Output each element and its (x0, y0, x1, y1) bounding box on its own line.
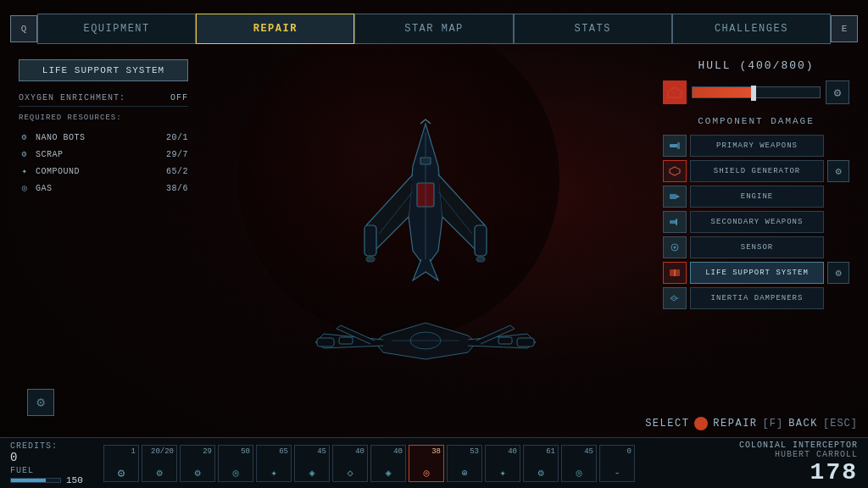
oxygen-row: Oxygen Enrichment: Off (19, 90, 188, 107)
sensor-icon (663, 236, 687, 258)
inv-slot-4[interactable]: ✦ 65 (256, 445, 292, 482)
left-panel: Life Support System Oxygen Enrichment: O… (10, 51, 197, 433)
comp-row-engine[interactable]: Engine (663, 186, 849, 208)
svg-rect-6 (420, 158, 431, 164)
credits-value: 0 (10, 451, 95, 464)
svg-rect-2 (475, 225, 487, 256)
svg-point-8 (476, 257, 485, 262)
secondary-weapons-spacer (827, 211, 849, 233)
inv-slot-7-num: 40 (393, 447, 403, 456)
pilot-name: Hubert Carroll (739, 450, 858, 459)
fuel-bar (10, 478, 61, 483)
inertia-dampeners-spacer (827, 287, 849, 309)
ship-info: Colonial Interceptor Hubert Carroll 178 (739, 441, 858, 485)
resource-scrap: ⚙ Scrap 29/7 (19, 146, 188, 163)
inv-slot-11-num: 61 (546, 447, 555, 456)
inv-slot-0-icon: ⚙ (115, 468, 127, 480)
resource-compound-name: Compound (36, 167, 161, 176)
comp-row-shield-generator[interactable]: Shield Generator ⚙ (663, 160, 849, 182)
ship-name: Colonial Interceptor (739, 441, 858, 450)
back-label: Back (788, 418, 818, 430)
inv-slot-5[interactable]: ◈ 45 (294, 445, 330, 482)
hull-bar (692, 86, 821, 98)
engine-spacer (827, 186, 849, 208)
inv-slot-11[interactable]: ⚙ 61 (523, 445, 559, 482)
life-support-gear[interactable]: ⚙ (827, 262, 849, 284)
primary-weapons-label[interactable]: Primary Weapons (690, 135, 824, 157)
tab-equipment[interactable]: Equipment (37, 14, 196, 44)
inv-slot-4-num: 65 (279, 447, 288, 456)
inv-slot-13[interactable]: - 0 (599, 445, 635, 482)
inv-slot-2-num: 29 (203, 447, 212, 456)
inv-slot-8[interactable]: ◎ 38 (409, 445, 444, 482)
inv-slot-10-num: 40 (508, 447, 517, 456)
tab-repair[interactable]: Repair (196, 14, 354, 44)
inv-slot-9[interactable]: ⊕ 53 (447, 445, 482, 482)
nav-key-e[interactable]: E (831, 15, 858, 42)
nanobots-icon: ⚙ (19, 131, 31, 143)
secondary-weapons-icon (663, 211, 687, 233)
action-bar: Select Repair [F] Back [ESC] (645, 417, 858, 430)
comp-row-secondary-weapons[interactable]: Secondary Weapons (663, 211, 849, 233)
primary-weapons-spacer (827, 135, 849, 157)
shield-generator-label[interactable]: Shield Generator (690, 160, 824, 182)
component-damage-title: Component Damage (663, 116, 849, 126)
resource-gas: ◎ Gas 38/6 (19, 180, 188, 197)
oxygen-value: Off (170, 93, 188, 103)
select-key-icon (694, 417, 708, 430)
sensor-label[interactable]: Sensor (690, 236, 824, 258)
life-support-label[interactable]: Life Support System (690, 262, 824, 284)
tab-starmap[interactable]: Star Map (354, 14, 513, 44)
gas-icon: ◎ (19, 182, 31, 194)
secondary-weapons-label[interactable]: Secondary Weapons (690, 211, 824, 233)
svg-point-7 (366, 257, 375, 262)
svg-rect-19 (676, 219, 677, 225)
sensor-spacer (827, 236, 849, 258)
inv-slot-3-num: 50 (241, 447, 250, 456)
svg-rect-10 (317, 338, 334, 347)
inv-slot-6[interactable]: ◇ 40 (332, 445, 368, 482)
inv-slot-13-num: 0 (627, 447, 632, 456)
tab-stats[interactable]: Stats (514, 14, 672, 44)
inv-slot-2[interactable]: ⚙ 29 (180, 445, 215, 482)
bottom-credits-section: Credits: 0 Fuel 150 (10, 441, 95, 485)
inertia-dampeners-icon (663, 287, 687, 309)
hull-gear-button[interactable]: ⚙ (826, 80, 849, 104)
inv-slot-0[interactable]: ⚙ 1 (103, 445, 139, 482)
center-panel (197, 51, 654, 433)
resource-nanobots: ⚙ Nano Bots 20/1 (19, 129, 188, 146)
resource-compound: ✦ Compound 65/2 (19, 163, 188, 180)
engine-icon (663, 186, 687, 208)
resource-scrap-name: Scrap (36, 150, 161, 159)
right-panel: Hull (400/800) ⚙ Component Damage Primar… (654, 51, 858, 433)
tab-challenges[interactable]: Challenges (672, 14, 831, 44)
fuel-row: 150 (10, 475, 95, 485)
inv-slot-6-num: 40 (355, 447, 364, 456)
resource-gas-name: Gas (36, 184, 161, 193)
engine-label[interactable]: Engine (690, 186, 824, 208)
comp-row-primary-weapons[interactable]: Primary Weapons (663, 135, 849, 157)
fuel-bar-fill (11, 479, 46, 482)
resource-compound-val: 65/2 (166, 167, 188, 176)
inv-slot-7[interactable]: ◈ 40 (370, 445, 406, 482)
oxygen-label: Oxygen Enrichment: (19, 93, 125, 103)
inv-slot-12[interactable]: ◎ 45 (561, 445, 597, 482)
inv-slot-10[interactable]: ✦ 40 (485, 445, 520, 482)
comp-row-inertia-dampeners[interactable]: Inertia Dampeners (663, 287, 849, 309)
scrap-icon: ⚙ (19, 148, 31, 160)
comp-row-life-support[interactable]: Life Support System ⚙ (663, 262, 849, 284)
inertia-dampeners-label[interactable]: Inertia Dampeners (690, 287, 824, 309)
svg-rect-17 (670, 194, 676, 199)
comp-row-sensor[interactable]: Sensor (663, 236, 849, 258)
hull-icon (663, 80, 687, 104)
main-content: Life Support System Oxygen Enrichment: O… (10, 51, 858, 433)
inv-slot-3[interactable]: ◎ 50 (218, 445, 253, 482)
nav-key-q[interactable]: Q (10, 15, 37, 42)
inv-slot-1[interactable]: ⚙ 20/20 (142, 445, 177, 482)
shield-generator-gear[interactable]: ⚙ (827, 160, 849, 182)
svg-rect-13 (498, 337, 512, 344)
component-title[interactable]: Life Support System (19, 59, 188, 81)
left-gear-button[interactable]: ⚙ (27, 389, 54, 416)
fuel-label: Fuel (10, 466, 95, 475)
inv-slot-1-num: 20/20 (151, 447, 174, 456)
